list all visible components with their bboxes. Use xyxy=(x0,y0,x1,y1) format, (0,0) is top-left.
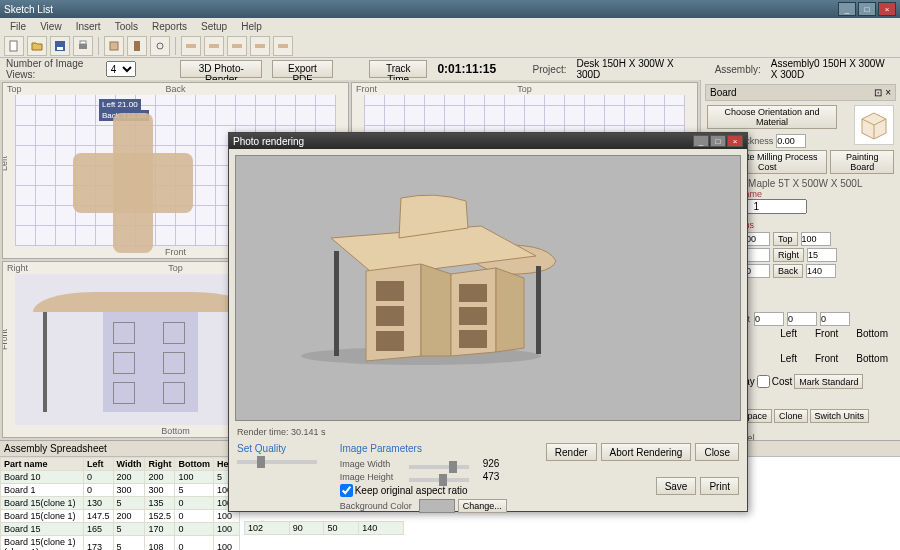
pivot-y-input[interactable] xyxy=(787,312,817,326)
pivot-z-input[interactable] xyxy=(820,312,850,326)
dialog-maximize-icon[interactable]: □ xyxy=(710,135,726,147)
col-bottom: Bottom xyxy=(856,328,888,339)
table-header[interactable]: Width xyxy=(113,458,145,471)
switch-units-button[interactable]: Switch Units xyxy=(810,409,870,423)
table-row[interactable]: Board 1516551700100 xyxy=(1,523,240,536)
orientation-cube-icon[interactable] xyxy=(854,105,894,145)
minimize-icon[interactable]: _ xyxy=(838,2,856,16)
render-time-text: Render time: 30.141 s xyxy=(229,427,747,437)
table-row[interactable]: Board 103003005100 xyxy=(1,484,240,497)
svg-rect-11 xyxy=(255,44,265,48)
menu-insert[interactable]: Insert xyxy=(70,20,107,33)
back-button[interactable]: Back xyxy=(773,264,803,278)
joint4-icon[interactable] xyxy=(250,36,270,56)
svg-rect-6 xyxy=(134,41,140,51)
svg-rect-21 xyxy=(536,266,541,354)
menu-setup[interactable]: Setup xyxy=(195,20,233,33)
export-pdf-button[interactable]: Export PDF xyxy=(272,60,332,78)
table-row[interactable]: Board 15(clone 1)(clone 1)17351080100 xyxy=(1,536,240,551)
render-button[interactable]: Render xyxy=(546,443,597,461)
choose-orientation-button[interactable]: Choose Orientation and Material xyxy=(707,105,837,129)
close-dialog-button[interactable]: Close xyxy=(695,443,739,461)
svg-rect-2 xyxy=(57,47,63,50)
abort-rendering-button[interactable]: Abort Rendering xyxy=(601,443,692,461)
top-button[interactable]: Top xyxy=(773,232,798,246)
board-panel-title: Board xyxy=(710,87,737,98)
table-header[interactable]: Part name xyxy=(1,458,84,471)
cost-checkbox[interactable] xyxy=(757,375,770,388)
image-height-label: Image Height xyxy=(340,472,406,482)
joint3-icon[interactable] xyxy=(227,36,247,56)
table-header[interactable]: Right xyxy=(145,458,175,471)
door-icon[interactable] xyxy=(127,36,147,56)
menu-file[interactable]: File xyxy=(4,20,32,33)
open-icon[interactable] xyxy=(27,36,47,56)
spreadsheet-table[interactable]: Part nameLeftWidthRightBottomHe... Board… xyxy=(0,457,240,550)
back-input[interactable] xyxy=(806,264,836,278)
svg-rect-5 xyxy=(110,42,118,50)
milled-thickness-input[interactable] xyxy=(776,134,806,148)
menu-tools[interactable]: Tools xyxy=(109,20,144,33)
maximize-icon[interactable]: □ xyxy=(858,2,876,16)
hardware-icon[interactable] xyxy=(150,36,170,56)
num-views-select[interactable]: 4 xyxy=(106,61,136,77)
svg-rect-10 xyxy=(232,44,242,48)
menu-bar: File View Insert Tools Reports Setup Hel… xyxy=(0,18,900,34)
panel-close-icon[interactable]: ⊡ × xyxy=(874,87,891,98)
svg-rect-3 xyxy=(79,44,87,49)
image-width-value: 926 xyxy=(483,458,500,469)
viewport-top-label: Back xyxy=(165,84,185,94)
mark-standard-button[interactable]: Mark Standard xyxy=(794,374,863,389)
new-icon[interactable] xyxy=(4,36,24,56)
table-row[interactable]: Board 1002002001005 xyxy=(1,471,240,484)
print-icon[interactable] xyxy=(73,36,93,56)
project-value: Desk 150H X 300W X 300D xyxy=(576,58,678,80)
joint2-icon[interactable] xyxy=(204,36,224,56)
dialog-close-icon[interactable]: × xyxy=(727,135,743,147)
painting-board-button[interactable]: Painting Board xyxy=(830,150,894,174)
dialog-minimize-icon[interactable]: _ xyxy=(693,135,709,147)
rendered-desk-image xyxy=(236,156,596,376)
viewport-side-label: Front xyxy=(2,328,9,349)
svg-rect-15 xyxy=(376,306,404,326)
table-row[interactable]: Board 15(clone 1)13051350100 xyxy=(1,497,240,510)
board-icon[interactable] xyxy=(104,36,124,56)
save-render-button[interactable]: Save xyxy=(656,477,697,495)
table-header[interactable]: Bottom xyxy=(175,458,214,471)
table-header[interactable]: Left xyxy=(84,458,114,471)
joint5-icon[interactable] xyxy=(273,36,293,56)
close-icon[interactable]: × xyxy=(878,2,896,16)
print-render-button[interactable]: Print xyxy=(700,477,739,495)
app-title: Sketch List xyxy=(4,4,838,15)
pivot-x-input[interactable] xyxy=(754,312,784,326)
svg-rect-8 xyxy=(186,44,196,48)
viewport-side-label: Left xyxy=(2,155,9,170)
cost-chk-label: Cost xyxy=(772,376,793,387)
svg-rect-14 xyxy=(376,281,404,301)
change-bg-button[interactable]: Change... xyxy=(458,499,507,513)
save-icon[interactable] xyxy=(50,36,70,56)
table-row[interactable]: Board 15(clone 1)147.5200152.50100 xyxy=(1,510,240,523)
image-height-slider[interactable] xyxy=(409,478,469,482)
bg-color-swatch xyxy=(419,499,455,513)
menu-reports[interactable]: Reports xyxy=(146,20,193,33)
photo-render-button[interactable]: 3D Photo-Render xyxy=(180,60,262,78)
col-front: Front xyxy=(815,328,838,339)
assembly-value: Assembly0 150H X 300W X 300D xyxy=(771,58,894,80)
bg-color-label: Background Color xyxy=(340,501,416,511)
clone-button[interactable]: Clone xyxy=(774,409,808,423)
viewport-bottom-label: Bottom xyxy=(161,426,190,436)
menu-help[interactable]: Help xyxy=(235,20,268,33)
right-button[interactable]: Right xyxy=(773,248,804,262)
top-input[interactable] xyxy=(801,232,831,246)
assembly-label: Assembly: xyxy=(715,64,761,75)
keep-ratio-checkbox[interactable] xyxy=(340,484,353,497)
joint1-icon[interactable] xyxy=(181,36,201,56)
svg-rect-16 xyxy=(376,331,404,351)
image-width-slider[interactable] xyxy=(409,465,469,469)
right-input[interactable] xyxy=(807,248,837,262)
track-time-button[interactable]: Track Time xyxy=(369,60,427,78)
quality-slider[interactable] xyxy=(237,460,317,464)
menu-view[interactable]: View xyxy=(34,20,68,33)
viewport-top-label: Top xyxy=(517,84,532,94)
